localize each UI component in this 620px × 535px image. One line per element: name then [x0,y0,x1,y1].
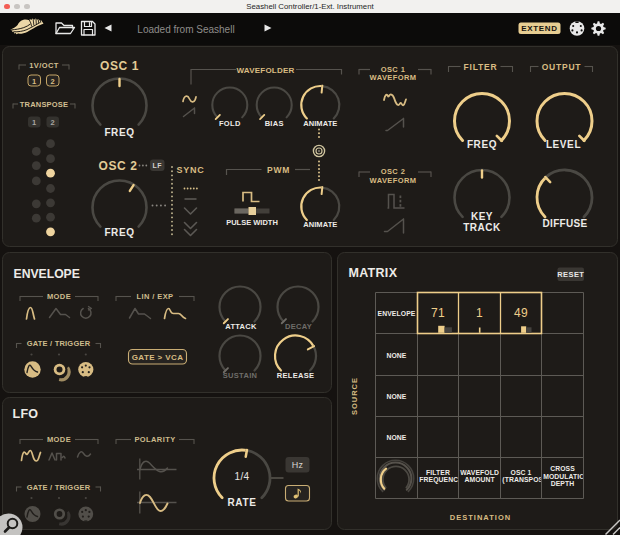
svg-text:GATE / TRIGGER: GATE / TRIGGER [27,483,91,492]
svg-text:LIN / EXP: LIN / EXP [137,292,174,301]
svg-text:LF: LF [153,162,163,169]
svg-text:1: 1 [476,306,483,320]
svg-text:1/4: 1/4 [235,471,250,482]
svg-text:DECAY: DECAY [285,322,312,331]
svg-text:OUTPUT: OUTPUT [542,62,582,72]
svg-text:RELEASE: RELEASE [277,371,315,380]
svg-text:LFO: LFO [13,407,39,421]
svg-text:MODE: MODE [47,435,71,444]
svg-text:EXTEND: EXTEND [521,24,558,33]
svg-text:OSC 2: OSC 2 [98,159,137,173]
svg-text:WAVEFORM: WAVEFORM [370,73,417,82]
svg-text:WAVEFOLD: WAVEFOLD [460,469,499,476]
svg-text:RESET: RESET [557,270,584,279]
svg-text:FREQ: FREQ [104,127,134,138]
svg-text:FILTER: FILTER [426,469,450,476]
svg-text:FREQUENCY: FREQUENCY [419,476,463,484]
svg-text:RATE: RATE [228,497,257,508]
svg-text:FOLD: FOLD [219,119,241,128]
svg-text:1V/OCT: 1V/OCT [29,61,59,70]
svg-text:POLARITY: POLARITY [134,435,175,444]
svg-text:Hz: Hz [292,460,304,470]
svg-text:71: 71 [431,306,445,320]
svg-text:WAVEFORM: WAVEFORM [370,176,417,185]
svg-text:SUSTAIN: SUSTAIN [223,371,257,380]
svg-text:TRACK: TRACK [463,222,501,233]
svg-text:MODE: MODE [47,292,71,301]
svg-text:49: 49 [514,306,528,320]
svg-text:SYNC: SYNC [176,165,204,175]
svg-text:DIFFUSE: DIFFUSE [543,218,588,229]
svg-text:2: 2 [51,118,55,127]
svg-text:2: 2 [51,77,55,86]
svg-text:GATE / TRIGGER: GATE / TRIGGER [27,339,91,348]
svg-text:1: 1 [32,77,36,86]
svg-text:BIAS: BIAS [265,119,284,128]
svg-text:ANIMATE: ANIMATE [303,119,337,128]
svg-text:PWM: PWM [267,165,290,175]
svg-text:1: 1 [32,118,36,127]
svg-text:NONE: NONE [386,393,406,400]
svg-text:FILTER: FILTER [464,62,498,72]
svg-text:PULSE WIDTH: PULSE WIDTH [226,218,278,227]
svg-text:AMOUNT: AMOUNT [464,476,495,483]
svg-text:GATE > VCA: GATE > VCA [132,353,184,362]
svg-text:MATRIX: MATRIX [349,266,398,280]
svg-text:DEPTH: DEPTH [551,480,575,487]
svg-text:FREQ: FREQ [467,139,497,150]
svg-text:ATTACK: ATTACK [225,322,257,331]
svg-text:OSC 1: OSC 1 [511,469,532,476]
svg-text:CROSS: CROSS [550,465,575,472]
svg-text:NONE: NONE [386,434,406,441]
svg-text:NONE: NONE [386,352,406,359]
svg-text:FREQ: FREQ [104,227,134,238]
svg-text:ENVELOPE: ENVELOPE [378,310,416,317]
svg-text:SOURCE: SOURCE [350,377,359,415]
svg-text:KEY: KEY [471,211,493,222]
svg-text:ANIMATE: ANIMATE [303,220,337,229]
svg-text:DESTINATION: DESTINATION [450,513,511,522]
svg-text:TRANSPOSE: TRANSPOSE [20,100,68,109]
svg-text:WAVEFOLDER: WAVEFOLDER [237,66,295,75]
svg-text:MODULATION: MODULATION [543,473,590,480]
svg-text:OSC 1: OSC 1 [100,59,139,73]
svg-text:LEVEL: LEVEL [546,139,581,150]
svg-text:ENVELOPE: ENVELOPE [14,267,80,281]
